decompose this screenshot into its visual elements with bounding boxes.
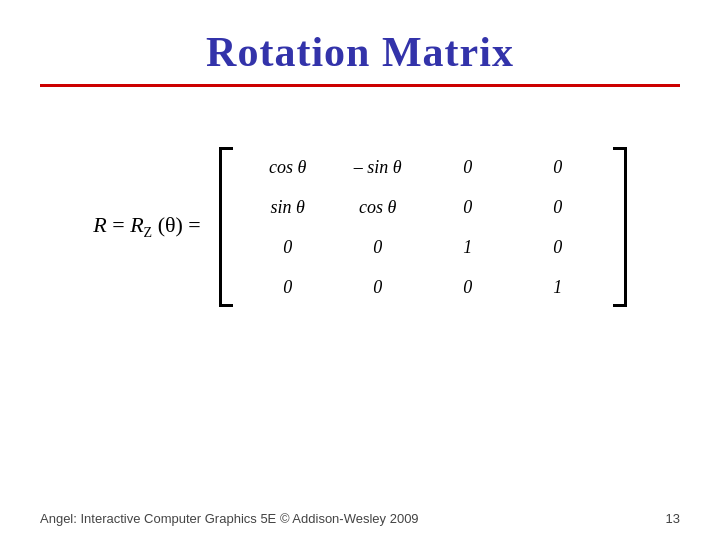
title-area: Rotation Matrix <box>40 0 680 97</box>
matrix-cell-3-0: 0 <box>283 277 292 298</box>
matrix-cell-3-3: 1 <box>553 277 562 298</box>
footer-page: 13 <box>666 511 680 526</box>
matrix-cell-1-3: 0 <box>553 197 562 218</box>
matrix-cell-2-0: 0 <box>283 237 292 258</box>
matrix-cell-1-1: cos θ <box>359 197 396 218</box>
equation-r: R <box>93 212 106 237</box>
matrix-cell-3-2: 0 <box>463 277 472 298</box>
equation-equals: = <box>112 212 130 237</box>
content-area: R = RZ (θ) = cos θ– sin θ00sin θcos θ000… <box>40 147 680 307</box>
title-divider <box>40 84 680 87</box>
equation-theta-paren: (θ) = <box>158 212 201 237</box>
equation-rz: RZ <box>130 212 152 237</box>
matrix-cell-2-3: 0 <box>553 237 562 258</box>
matrix-cell-0-0: cos θ <box>269 157 306 178</box>
matrix-cell-1-2: 0 <box>463 197 472 218</box>
matrix-cell-3-1: 0 <box>373 277 382 298</box>
matrix-cell-0-1: – sin θ <box>354 157 402 178</box>
matrix-cell-0-3: 0 <box>553 157 562 178</box>
matrix-cell-1-0: sin θ <box>271 197 305 218</box>
matrix-cell-2-2: 1 <box>463 237 472 258</box>
matrix-cell-2-1: 0 <box>373 237 382 258</box>
slide-title: Rotation Matrix <box>40 28 680 76</box>
bracket-right <box>613 147 627 307</box>
equation-label: R = RZ (θ) = <box>93 212 201 241</box>
equation-sub: Z <box>144 226 153 241</box>
matrix-grid: cos θ– sin θ00sin θcos θ0000100001 <box>243 147 603 307</box>
footer-credit: Angel: Interactive Computer Graphics 5E … <box>40 511 419 526</box>
matrix-wrapper: cos θ– sin θ00sin θcos θ0000100001 <box>219 147 627 307</box>
footer: Angel: Interactive Computer Graphics 5E … <box>40 511 680 526</box>
slide: Rotation Matrix R = RZ (θ) = cos θ– sin … <box>0 0 720 540</box>
matrix-cell-0-2: 0 <box>463 157 472 178</box>
bracket-left <box>219 147 233 307</box>
